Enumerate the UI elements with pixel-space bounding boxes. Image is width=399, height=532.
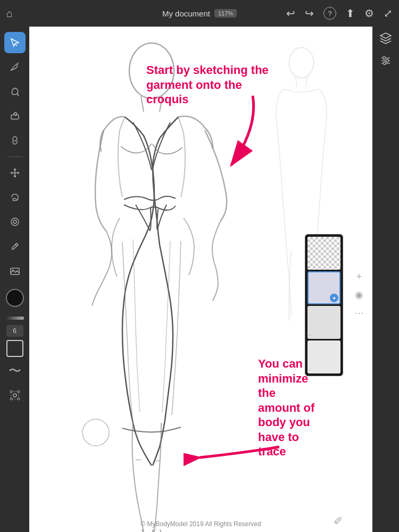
- left-sidebar: 6 〜: [0, 27, 29, 532]
- top-bar: ⌂ My document 117% ↩ ↪ ? ⬆ ⚙ ⤢: [0, 0, 399, 27]
- svg-point-6: [13, 394, 16, 397]
- top-bar-left: ⌂: [6, 7, 13, 20]
- right-layer-controls: + ◉ ⋯: [347, 234, 371, 319]
- svg-point-15: [386, 60, 389, 62]
- document-title: My document: [162, 9, 210, 18]
- undo-icon[interactable]: ↩: [286, 7, 295, 20]
- layer-1-thumb[interactable]: ~: [307, 237, 340, 270]
- canvas-area: Start by sketching thegarment onto thecr…: [29, 27, 372, 532]
- share-icon[interactable]: ⬆: [346, 7, 355, 20]
- layers-panel: ~ ✦ ~ ~: [305, 234, 343, 376]
- adjust-tool[interactable]: [4, 211, 26, 232]
- top-bar-center: My document 117%: [162, 9, 237, 18]
- layer-4-label: ~: [309, 368, 311, 372]
- copyright-text: © MyBodyModel 2019 All Rights Reserved: [29, 520, 372, 528]
- canvas-content: Start by sketching thegarment onto thecr…: [29, 27, 372, 532]
- adjustments-icon[interactable]: [380, 55, 392, 69]
- svg-point-8: [18, 390, 20, 393]
- bottom-arrow: [184, 431, 290, 473]
- insert-image-tool[interactable]: [4, 260, 26, 281]
- visibility-button[interactable]: ◉: [355, 289, 363, 301]
- layer-3-thumb[interactable]: ~: [307, 306, 340, 339]
- svg-point-1: [13, 137, 17, 141]
- layer-4-thumb[interactable]: ~: [307, 340, 340, 373]
- paint-tool[interactable]: [4, 81, 26, 102]
- svg-point-10: [18, 398, 20, 400]
- expand-icon[interactable]: ⤢: [384, 7, 393, 20]
- svg-rect-0: [11, 115, 19, 119]
- layer-badge: ✦: [330, 294, 338, 302]
- zoom-level[interactable]: 117%: [214, 9, 237, 18]
- layer-1-label: ~: [309, 264, 311, 269]
- calligraphy-tool[interactable]: [4, 56, 26, 78]
- brush-size-badge[interactable]: 6: [6, 325, 23, 337]
- more-options-button[interactable]: ⋯: [354, 307, 364, 319]
- move-tool[interactable]: [4, 162, 26, 184]
- svg-point-16: [384, 62, 386, 65]
- add-layer-button[interactable]: +: [356, 271, 362, 282]
- svg-point-7: [10, 390, 12, 393]
- svg-point-14: [383, 57, 386, 60]
- svg-point-9: [10, 398, 12, 400]
- color-picker[interactable]: [6, 289, 24, 307]
- top-arrow: [162, 85, 279, 181]
- layer-3-label: ~: [309, 333, 311, 338]
- redo-icon[interactable]: ↪: [305, 7, 314, 20]
- svg-point-2: [11, 218, 19, 226]
- help-icon[interactable]: ?: [323, 7, 336, 20]
- eraser-tool[interactable]: [4, 105, 26, 127]
- divider-1: [7, 156, 23, 157]
- top-bar-right: ↩ ↪ ? ⬆ ⚙ ⤢: [286, 7, 393, 20]
- eyedropper-tool[interactable]: [4, 236, 26, 257]
- svg-point-5: [12, 270, 13, 271]
- home-icon[interactable]: ⌂: [6, 7, 13, 20]
- smudge-tool[interactable]: [4, 130, 26, 151]
- color-opacity-group: [6, 287, 24, 309]
- svg-point-3: [13, 220, 16, 223]
- opacity-slider[interactable]: [6, 317, 24, 320]
- transform-tool[interactable]: [4, 385, 26, 406]
- svg-point-18: [289, 47, 313, 78]
- shape-tool[interactable]: [6, 340, 23, 357]
- brush-select-tool[interactable]: [4, 32, 26, 53]
- layers-icon[interactable]: [379, 32, 392, 47]
- settings-icon[interactable]: ⚙: [364, 7, 374, 20]
- right-sidebar: [372, 27, 399, 532]
- layer-2-thumb[interactable]: ✦: [307, 271, 340, 304]
- lasso-tool[interactable]: [4, 187, 26, 208]
- wave-tool[interactable]: 〜: [4, 360, 26, 381]
- svg-point-19: [82, 419, 109, 446]
